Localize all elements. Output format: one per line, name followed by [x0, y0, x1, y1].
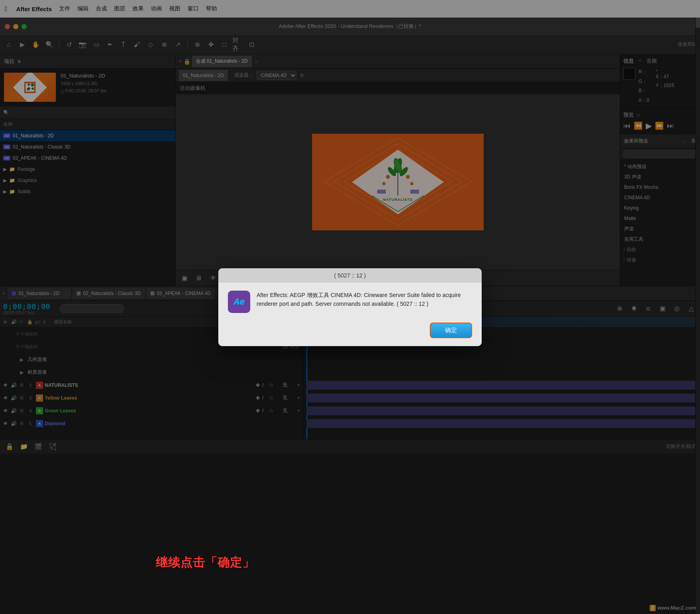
- modal-overlay: ( 5027 :: 12 ) Ae After Effects: AEGP 增效…: [0, 0, 700, 614]
- dialog-body: Ae After Effects: AEGP 增效工具 CINEMA 4D: C…: [218, 283, 482, 323]
- dialog-ok-button[interactable]: 确定: [430, 323, 472, 338]
- dialog-footer: 确定: [218, 323, 482, 346]
- error-dialog: ( 5027 :: 12 ) Ae After Effects: AEGP 增效…: [218, 268, 482, 346]
- dialog-ae-icon: Ae: [228, 291, 250, 313]
- dialog-title: ( 5027 :: 12 ): [334, 272, 366, 279]
- dialog-message: After Effects: AEGP 增效工具 CINEMA 4D: Cine…: [257, 291, 472, 309]
- dialog-titlebar: ( 5027 :: 12 ): [218, 268, 482, 283]
- annotation-text: 继续点击「确定」: [156, 555, 255, 571]
